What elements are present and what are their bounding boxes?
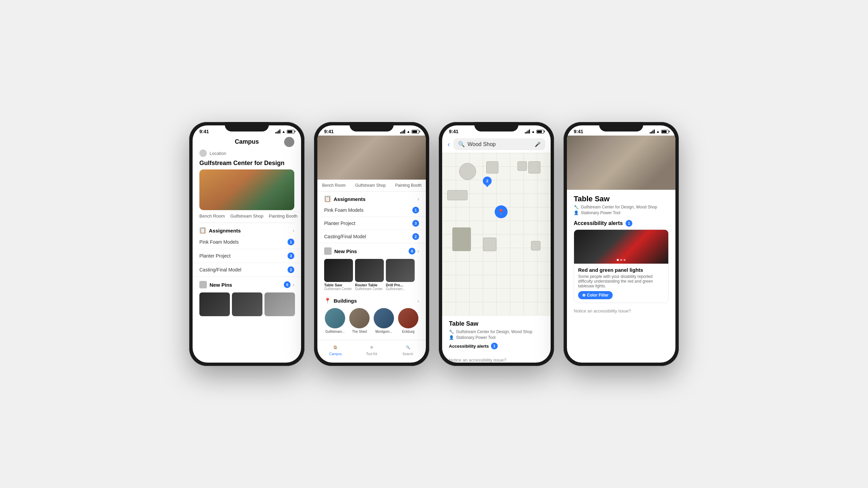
p2-building-name-2: Montgom... (373, 330, 395, 333)
mic-icon[interactable]: 🎤 (535, 142, 540, 147)
signal-icon-3 (525, 129, 530, 134)
assignment-badge-1: 3 (288, 252, 294, 259)
nav-campus-label: Campus (329, 352, 342, 356)
p2-photo-row: Table Saw Gulfstream Center Router Table… (317, 256, 426, 293)
p2-tab-painting[interactable]: Painting Booth (390, 180, 426, 191)
status-icons-2: ▲ (400, 129, 419, 134)
p2-photo-0[interactable]: Table Saw Gulfstream Center (324, 259, 353, 291)
status-time-1: 9:41 (199, 129, 209, 134)
nav-campus[interactable]: 🏠 Campus (317, 343, 354, 356)
p4-alert-body-title: Red and green panel lights (578, 267, 664, 273)
battery-icon-2 (412, 130, 419, 134)
photo-thumb-1[interactable] (232, 292, 262, 316)
wifi-icon-2: ▲ (407, 129, 410, 134)
scene: 9:41 ▲ Campus (0, 0, 868, 488)
p2-assignments-title: Assignments (334, 196, 366, 202)
p3-type-row: 👤 Stationary Power Tool (449, 335, 544, 340)
p2-assignments-icon: 📋 (324, 196, 331, 202)
equip-rect (483, 238, 496, 251)
phone-2: 9:41 ▲ Bench Room (314, 122, 429, 366)
p2-photo-sub-0: Gulfstream Center (324, 287, 353, 291)
battery-icon-4 (661, 130, 669, 134)
p2-building-1[interactable]: The Shed (349, 308, 370, 333)
p3-alert-row: Accessibility alerts 1 (449, 343, 544, 349)
p2-assignment-badge-0: 1 (412, 207, 419, 214)
p2-tab-gulfstream[interactable]: Gulfstream Shop (350, 180, 390, 191)
notch-4 (599, 122, 643, 131)
nav-toolkit[interactable]: ⊞ Tool Kit (354, 343, 390, 356)
p2-photo-label-2: Drill Pre... (386, 283, 415, 287)
nav-search[interactable]: 🔍 Search (390, 343, 426, 356)
p4-content: Table Saw 🔧 Gulfstream Center for Design… (567, 190, 675, 363)
photo-thumb-0[interactable] (199, 292, 230, 316)
map-pin-2[interactable]: 2 (483, 177, 492, 185)
p2-building-name-0: Gulfstream... (324, 330, 346, 333)
p2-photo-sub-2: Gulfstream... (386, 287, 415, 291)
assignment-item-0[interactable]: Pink Foam Models 1 (193, 235, 301, 249)
p2-assignment-item-0[interactable]: Pink Foam Models 1 (317, 204, 426, 217)
room-tab-painting[interactable]: Painting Booth (269, 214, 298, 219)
p2-photo-sub-1: Gulfstream Center (355, 287, 384, 291)
back-button[interactable]: ‹ (448, 140, 450, 148)
p3-map: 2 📍 (442, 153, 551, 315)
assignments-icon: 📋 (199, 227, 206, 234)
p4-table-saw-image (567, 136, 675, 190)
notch-1 (225, 122, 269, 131)
p2-assignment-badge-2: 2 (412, 233, 419, 240)
p2-pins-chevron[interactable]: › (417, 248, 419, 254)
search-icon-p3: 🔍 (458, 141, 465, 147)
p2-photo-label-1: Router Table (355, 283, 384, 287)
p2-tabs: Bench Room Gulfstream Shop Painting Boot… (317, 180, 426, 191)
p4-notice-text[interactable]: Notice an accessibility issue? (574, 308, 669, 313)
p2-assignments-chevron[interactable]: › (417, 196, 419, 202)
p4-alerts-title: Accessibility alerts (574, 220, 623, 226)
color-filter-button[interactable]: ⊕ Color Filter (578, 291, 613, 299)
location-row: Location (193, 148, 301, 158)
p4-tool-icon: 🔧 (574, 205, 579, 209)
assignment-item-1[interactable]: Planter Project 3 (193, 249, 301, 263)
p2-photo-label-0: Table Saw (324, 283, 353, 287)
phone-4: 9:41 ▲ (564, 122, 679, 366)
p2-buildings-chevron[interactable]: › (417, 298, 419, 304)
assignments-chevron[interactable]: › (293, 228, 294, 233)
p3-notice-text[interactable]: Notice an accessibility issue? (442, 354, 551, 363)
p2-assignment-item-2[interactable]: Casting/Final Model 2 (317, 230, 426, 243)
notch-3 (474, 122, 518, 131)
assignment-label-1: Planter Project (199, 253, 231, 259)
p4-alert-image (574, 230, 668, 264)
p2-bottom-nav: 🏠 Campus ⊞ Tool Kit 🔍 Search (317, 340, 426, 363)
p2-buildings-row: Gulfstream... The Shed Montgom... E (317, 305, 426, 336)
assignment-item-2[interactable]: Casting/Final Model 2 (193, 263, 301, 277)
campus-icon: 🏠 (331, 343, 339, 351)
status-time-3: 9:41 (449, 129, 458, 134)
p2-building-3[interactable]: Eckburg (397, 308, 419, 333)
room-tab-gulfstream[interactable]: Gulfstream Shop (230, 214, 263, 219)
p2-assignment-label-1: Planter Project (324, 221, 355, 226)
equip-side (447, 190, 468, 200)
avatar-1[interactable] (284, 137, 294, 147)
p3-type-text: Stationary Power Tool (456, 335, 496, 340)
p3-search-bar: ‹ 🔍 Wood Shop 🎤 (442, 136, 551, 153)
p2-building-0[interactable]: Gulfstream... (324, 308, 346, 333)
search-input-container[interactable]: 🔍 Wood Shop 🎤 (453, 138, 545, 150)
room-tab-bench[interactable]: Bench Room (199, 214, 225, 219)
location-icon (199, 149, 207, 157)
pins-chevron[interactable]: › (293, 282, 294, 287)
filter-label: Color Filter (587, 293, 609, 298)
p2-assignment-label-0: Pink Foam Models (324, 207, 363, 213)
p2-tab-bench[interactable]: Bench Room (317, 180, 350, 191)
photo-thumb-2[interactable] (264, 292, 295, 316)
assignment-badge-0: 1 (288, 239, 294, 245)
pins-title: New Pins (210, 282, 232, 288)
map-pin-active[interactable]: 📍 (495, 205, 508, 218)
p2-pins-section: New Pins 6 › (317, 243, 426, 256)
p2-photo-2[interactable]: Drill Pre... Gulfstream... (386, 259, 415, 291)
phone-1: 9:41 ▲ Campus (189, 122, 304, 366)
filter-icon: ⊕ (582, 293, 586, 298)
p4-person-icon: 👤 (574, 210, 579, 215)
p2-photo-1[interactable]: Router Table Gulfstream Center (355, 259, 384, 291)
p2-assignment-item-1[interactable]: Planter Project 3 (317, 217, 426, 230)
search-icon-nav: 🔍 (404, 343, 412, 351)
p4-location-text: Gulfstream Center for Design, Wood Shop (581, 205, 657, 209)
p2-building-2[interactable]: Montgom... (373, 308, 395, 333)
